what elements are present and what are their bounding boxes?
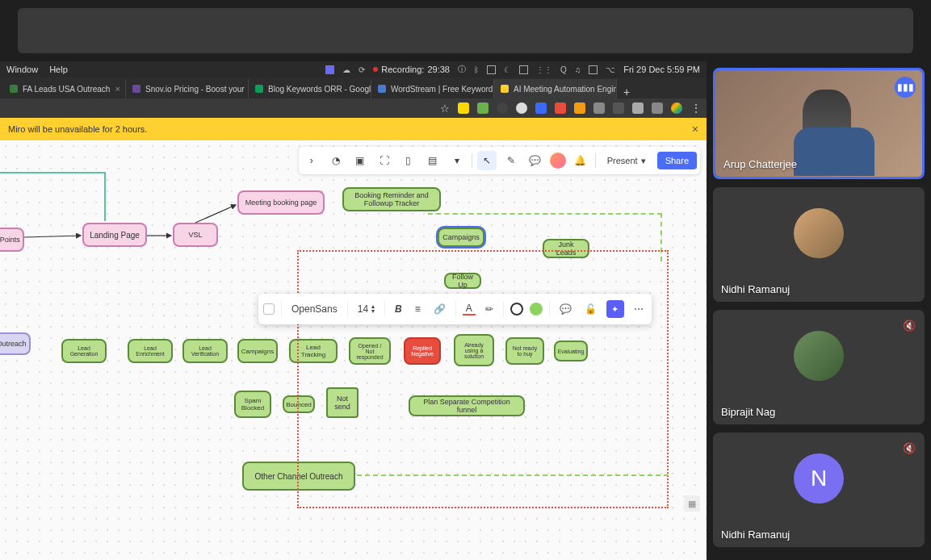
sync-icon[interactable]: ⟳ (359, 65, 365, 74)
menu-window[interactable]: Window (6, 65, 38, 74)
node-campaigns[interactable]: Campaigns (237, 339, 278, 363)
ext-icon[interactable] (652, 102, 663, 114)
control-icon[interactable]: ⌥ (606, 65, 615, 74)
star-icon[interactable]: ☆ (440, 102, 450, 115)
bold-icon[interactable]: B (392, 303, 405, 315)
tab-snov[interactable]: Snov.io Pricing - Boost your× (126, 79, 249, 98)
bell-icon[interactable]: 🔔 (571, 151, 590, 170)
fill-color[interactable] (530, 303, 543, 316)
ext-icon[interactable] (613, 102, 624, 114)
tab-label: FA Leads USA Outreach (23, 85, 110, 94)
miro-top-toolbar: › ◔ ▣ ⛶ ▯ ▤ ▾ ↖ ✎ 💬 🔔 Present ▾ Share (299, 147, 700, 174)
expand-icon[interactable]: › (302, 151, 321, 170)
close-icon[interactable]: × (692, 123, 698, 136)
avatar (794, 331, 844, 381)
meet-title-bar (18, 8, 913, 53)
note-icon[interactable]: ▤ (423, 151, 442, 170)
checkbox-icon[interactable] (263, 303, 275, 315)
doc-icon[interactable]: ▯ (399, 151, 418, 170)
comment-icon[interactable]: 💬 (526, 151, 545, 170)
node-spam-blocked[interactable]: Spam Blocked (234, 391, 271, 418)
new-tab-button[interactable]: + (617, 86, 636, 98)
browser-tabs: FA Leads USA Outreach× Snov.io Pricing -… (0, 77, 707, 98)
user-avatar[interactable] (550, 153, 566, 169)
ext-icon[interactable] (477, 102, 489, 114)
menu-icon[interactable]: ⋮ (690, 102, 702, 115)
lock-icon[interactable]: 🔓 (581, 303, 600, 315)
highlight-icon[interactable]: ✏ (482, 303, 497, 315)
node-meeting-booking[interactable]: Meeting booking page (237, 190, 325, 215)
comment-icon[interactable]: 💬 (556, 303, 575, 315)
moon-icon[interactable]: ☾ (504, 65, 511, 74)
datetime[interactable]: Fri 29 Dec 5:59 PM (623, 65, 700, 74)
present-button[interactable]: Present ▾ (601, 156, 652, 166)
tab-ai-meeting[interactable]: AI Meeting Automation Engin× (494, 79, 617, 98)
frame-icon[interactable]: ▣ (350, 151, 370, 170)
stepper-icon[interactable]: ▴▾ (371, 304, 375, 313)
wifi-icon[interactable]: ⋮⋮ (536, 65, 552, 74)
node-touchpoints[interactable]: achPoints (0, 228, 24, 252)
participant-tile-active[interactable]: ▮▮▮ Arup Chatterjee (713, 68, 925, 179)
tray-icon[interactable] (325, 65, 334, 74)
share-button[interactable]: Share (657, 152, 697, 169)
fullscreen-icon[interactable]: ⛶ (375, 151, 394, 170)
recording-time: 29:38 (427, 65, 450, 74)
tab-blog-keywords[interactable]: Blog Keywords ORR - Googl× (249, 79, 371, 98)
participant-tile[interactable]: 🔇 Biprajit Nag (713, 310, 925, 424)
timer-icon[interactable]: ◔ (326, 151, 346, 170)
info-icon[interactable]: ⓘ (458, 64, 466, 75)
border-color[interactable] (510, 303, 523, 316)
participant-name: Nidhi Ramanuj (713, 277, 925, 302)
participant-tile[interactable]: Nidhi Ramanuj (713, 187, 925, 302)
participant-name: Biprajit Nag (713, 399, 925, 424)
text-color-icon[interactable]: A (463, 303, 476, 316)
participant-name: Nidhi Ramanuj (713, 522, 925, 547)
ai-button[interactable]: ✦ (606, 300, 624, 318)
participant-tile[interactable]: 🔇 N Nidhi Ramanuj (713, 433, 925, 547)
link-icon[interactable]: 🔗 (430, 303, 449, 315)
node-vsl[interactable]: VSL (173, 223, 218, 247)
ext-icon[interactable] (516, 102, 527, 114)
ext-icon[interactable] (593, 102, 605, 114)
bluetooth-icon[interactable]: ᛒ (474, 65, 479, 74)
chevron-down-icon: ▾ (641, 156, 646, 166)
ext-icon[interactable] (535, 102, 547, 114)
miro-canvas[interactable]: › ◔ ▣ ⛶ ▯ ▤ ▾ ↖ ✎ 💬 🔔 Present ▾ Share (0, 140, 707, 560)
speaking-icon: ▮▮▮ (895, 77, 916, 98)
display-icon[interactable] (519, 65, 528, 74)
node-outreach[interactable]: Outreach (0, 332, 31, 355)
menu-help[interactable]: Help (49, 65, 68, 74)
ext-icon[interactable] (458, 102, 469, 114)
align-icon[interactable]: ≡ (412, 303, 424, 315)
avatar-initial: N (794, 453, 844, 504)
node-landing-page[interactable]: Landing Page (82, 223, 147, 247)
ext-icon[interactable] (555, 102, 566, 114)
search-icon[interactable]: Q (560, 65, 567, 74)
node-lead-verif[interactable]: Lead Verification (182, 339, 228, 363)
menu-icon[interactable] (487, 65, 496, 74)
cloud-icon[interactable]: ☁ (342, 65, 350, 74)
tab-fa-leads[interactable]: FA Leads USA Outreach× (3, 79, 126, 98)
font-size[interactable]: 14 ▴▾ (354, 303, 378, 315)
headphone-icon[interactable]: ♫ (575, 65, 581, 74)
node-booking-reminder[interactable]: Booking Reminder and Followup Tracker (342, 187, 441, 211)
pen-icon[interactable]: ✎ (501, 151, 521, 170)
ext-icon[interactable] (632, 102, 644, 114)
cursor-icon[interactable]: ↖ (477, 151, 497, 170)
node-lead-gen[interactable]: Lead Generation (61, 339, 107, 363)
chevron-down-icon[interactable]: ▾ (447, 151, 467, 170)
avatar-icon[interactable] (671, 102, 682, 114)
map-toggle[interactable]: ▦ (684, 495, 700, 512)
ext-icon[interactable] (574, 102, 585, 114)
tab-wordstream[interactable]: WordStream | Free Keyword× (371, 79, 494, 98)
more-icon[interactable]: ⋯ (631, 303, 647, 315)
ext-icon[interactable] (497, 102, 508, 114)
recording-badge[interactable]: Recording: 29:38 (373, 65, 450, 74)
node-lead-enrich[interactable]: Lead Enrichment (128, 339, 173, 363)
participants-panel: ▮▮▮ Arup Chatterjee Nidhi Ramanuj 🔇 Bipr… (707, 61, 931, 560)
favicon-icon (255, 85, 263, 93)
battery-icon[interactable] (589, 65, 598, 74)
close-icon[interactable]: × (115, 84, 120, 94)
screen-share-view: Window Help ☁ ⟳ Recording: 29:38 ⓘ ᛒ ☾ ⋮… (0, 61, 707, 560)
font-select[interactable]: OpenSans (288, 303, 341, 315)
